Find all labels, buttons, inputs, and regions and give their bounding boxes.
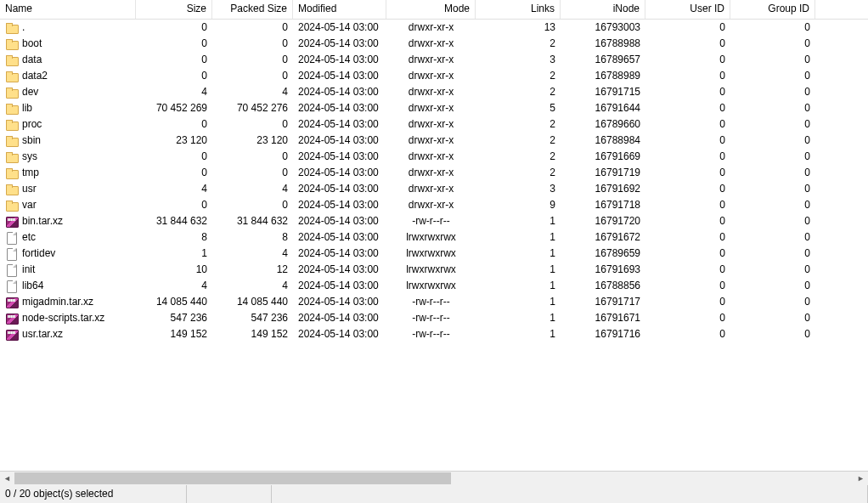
folder-icon: [5, 167, 19, 180]
folder-icon: [5, 118, 19, 132]
column-header-name[interactable]: Name: [0, 0, 136, 19]
cell-packed: 0: [212, 116, 293, 133]
cell-size: 0: [136, 165, 212, 181]
table-row[interactable]: boot002024-05-14 03:00drwxr-xr-x21678898…: [0, 36, 868, 52]
table-row[interactable]: .002024-05-14 03:00drwxr-xr-x13167930030…: [0, 20, 868, 36]
cell-dev: [815, 20, 868, 36]
column-header-modified[interactable]: Modified: [293, 0, 386, 19]
cell-packed: 12: [212, 262, 293, 278]
column-header-packed[interactable]: Packed Size: [212, 0, 293, 19]
status-bar: 0 / 20 object(s) selected: [0, 485, 868, 503]
cell-gid: 0: [730, 213, 815, 229]
cell-inode: 16791718: [561, 197, 645, 213]
file-name-label: init: [22, 262, 35, 278]
table-row[interactable]: proc002024-05-14 03:00drwxr-xr-x21678966…: [0, 116, 868, 133]
table-row[interactable]: lib64442024-05-14 03:00lrwxrwxrwx1167888…: [0, 278, 868, 294]
cell-modified: 2024-05-14 03:00: [293, 278, 386, 294]
file-name-label: lib: [22, 100, 32, 116]
column-header-inode[interactable]: iNode: [561, 0, 645, 19]
file-name-label: data: [22, 52, 42, 68]
column-header-groupid[interactable]: Group ID: [730, 0, 815, 19]
cell-packed: 4: [212, 246, 293, 262]
table-row[interactable]: etc882024-05-14 03:00lrwxrwxrwx116791672…: [0, 229, 868, 246]
table-row[interactable]: node-scripts.tar.xz547 236547 2362024-05…: [0, 310, 868, 326]
cell-modified: 2024-05-14 03:00: [293, 36, 386, 52]
table-row[interactable]: lib70 452 26970 452 2762024-05-14 03:00d…: [0, 100, 868, 116]
cell-mode: -rw-r--r--: [386, 213, 476, 229]
table-row[interactable]: fortidev142024-05-14 03:00lrwxrwxrwx1167…: [0, 246, 868, 262]
column-header-size[interactable]: Size: [136, 0, 212, 19]
cell-uid: 0: [645, 100, 730, 116]
cell-dev: [815, 213, 868, 229]
cell-uid: 0: [645, 294, 730, 310]
cell-name: dev: [0, 84, 136, 100]
table-row[interactable]: migadmin.tar.xz14 085 44014 085 4402024-…: [0, 294, 868, 310]
cell-name: usr: [0, 181, 136, 197]
cell-gid: 0: [730, 165, 815, 181]
table-row[interactable]: init10122024-05-14 03:00lrwxrwxrwx116791…: [0, 262, 868, 278]
table-row[interactable]: data2002024-05-14 03:00drwxr-xr-x2167889…: [0, 68, 868, 84]
table-row[interactable]: sbin23 12023 1202024-05-14 03:00drwxr-xr…: [0, 133, 868, 149]
cell-dev: [815, 294, 868, 310]
table-row[interactable]: bin.tar.xz31 844 63231 844 6322024-05-14…: [0, 213, 868, 229]
scroll-left-button[interactable]: ◄: [0, 472, 14, 485]
cell-mode: -rw-r--r--: [386, 310, 476, 326]
cell-modified: 2024-05-14 03:00: [293, 20, 386, 36]
cell-links: 1: [476, 229, 561, 246]
column-header-dev[interactable]: Dev: [815, 0, 868, 19]
cell-mode: lrwxrwxrwx: [386, 278, 476, 294]
folder-icon: [5, 37, 19, 51]
status-selection: 0 / 20 object(s) selected: [0, 485, 187, 503]
cell-size: 0: [136, 116, 212, 133]
cell-modified: 2024-05-14 03:00: [293, 133, 386, 149]
cell-uid: 0: [645, 165, 730, 181]
scroll-track[interactable]: [14, 472, 854, 485]
cell-dev: [815, 229, 868, 246]
file-name-label: fortidev: [22, 246, 55, 262]
file-rows: .002024-05-14 03:00drwxr-xr-x13167930030…: [0, 20, 868, 342]
cell-packed: 0: [212, 52, 293, 68]
cell-gid: 0: [730, 149, 815, 165]
file-grid[interactable]: Name Size Packed Size Modified Mode Link…: [0, 0, 868, 471]
column-header-links[interactable]: Links: [476, 0, 561, 19]
table-row[interactable]: var002024-05-14 03:00drwxr-xr-x916791718…: [0, 197, 868, 213]
table-row[interactable]: sys002024-05-14 03:00drwxr-xr-x216791669…: [0, 149, 868, 165]
cell-modified: 2024-05-14 03:00: [293, 116, 386, 133]
cell-name: init: [0, 262, 136, 278]
table-row[interactable]: dev442024-05-14 03:00drwxr-xr-x216791715…: [0, 84, 868, 100]
cell-size: 0: [136, 20, 212, 36]
cell-mode: drwxr-xr-x: [386, 116, 476, 133]
cell-packed: 14 085 440: [212, 294, 293, 310]
cell-packed: 8: [212, 229, 293, 246]
cell-size: 8: [136, 229, 212, 246]
column-header-userid[interactable]: User ID: [645, 0, 730, 19]
table-row[interactable]: tmp002024-05-14 03:00drwxr-xr-x216791719…: [0, 165, 868, 181]
horizontal-scrollbar[interactable]: ◄ ►: [0, 471, 868, 485]
folder-icon: [5, 150, 19, 164]
cell-links: 2: [476, 149, 561, 165]
cell-inode: 16789657: [561, 52, 645, 68]
table-row[interactable]: usr.tar.xz149 152149 1522024-05-14 03:00…: [0, 326, 868, 342]
cell-gid: 0: [730, 310, 815, 326]
table-row[interactable]: data002024-05-14 03:00drwxr-xr-x31678965…: [0, 52, 868, 68]
cell-uid: 0: [645, 84, 730, 100]
cell-size: 0: [136, 197, 212, 213]
cell-modified: 2024-05-14 03:00: [293, 149, 386, 165]
scroll-thumb[interactable]: [14, 472, 451, 484]
file-icon: [5, 263, 19, 277]
cell-links: 2: [476, 36, 561, 52]
cell-links: 13: [476, 20, 561, 36]
table-row[interactable]: usr442024-05-14 03:00drwxr-xr-x316791692…: [0, 181, 868, 197]
scroll-right-button[interactable]: ►: [854, 472, 868, 485]
cell-gid: 0: [730, 52, 815, 68]
cell-uid: 0: [645, 246, 730, 262]
cell-modified: 2024-05-14 03:00: [293, 262, 386, 278]
cell-links: 3: [476, 52, 561, 68]
cell-packed: 0: [212, 149, 293, 165]
column-header-mode[interactable]: Mode: [386, 0, 476, 19]
cell-gid: 0: [730, 133, 815, 149]
cell-links: 1: [476, 246, 561, 262]
cell-inode: 16789659: [561, 246, 645, 262]
file-name-label: sys: [22, 149, 37, 165]
cell-inode: 16791719: [561, 165, 645, 181]
